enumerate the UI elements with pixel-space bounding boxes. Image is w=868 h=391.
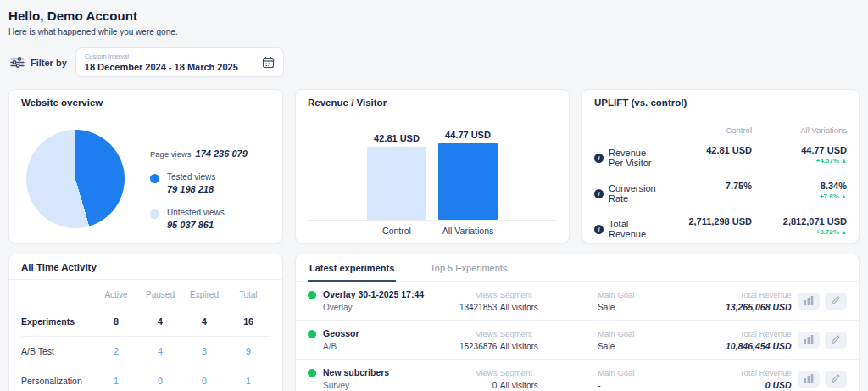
uplift-arrow-icon: ▲ [841,158,847,164]
revenue-bar-chart: 42.81 USD 44.77 USD [308,124,557,221]
main-goal-value: Sale [598,303,682,312]
activity-row-experiments: Experiments 8 4 4 16 [21,307,270,337]
segment-value: All visitors [500,342,595,351]
views-label: Views [437,329,497,338]
experiment-row: Geossor A/B Views 15236876 Segment All v… [296,321,859,360]
count-link[interactable]: 0 [138,376,182,386]
all-time-activity-card: All Time Activity Active Paused Expired … [8,254,283,391]
legend-tested-views: Tested views 79 198 218 [150,172,248,194]
segment-label: Segment [500,368,595,377]
info-icon[interactable]: i [594,154,604,163]
col-header-expired: Expired [182,290,226,299]
uplift-variations-value: 44.77 USD +4.57% ▲ [752,140,847,176]
stats-button[interactable] [798,332,820,349]
uplift-percent: +3.72% ▲ [752,228,847,236]
segment-label: Segment [500,329,595,338]
edit-button[interactable] [825,332,847,349]
page-title: Hello, Demo Account [8,8,860,23]
tab-top-5-experiments[interactable]: Top 5 Experiments [428,254,509,281]
views-label: Views [437,368,497,377]
total-revenue-value: 10,846,454 USD [686,341,792,351]
uplift-percent: +7.6% ▲ [752,193,847,200]
status-active-dot [308,330,316,338]
experiment-row: Overlay 30-1-2025 17:44 Overlay Views 13… [296,282,859,321]
variations-bar-value: 44.77 USD [445,130,491,140]
total-revenue-value: 13,265,068 USD [686,302,792,312]
page-views-pie-chart [26,130,125,228]
total-revenue-label: Total Revenue [686,329,792,338]
tab-latest-experiments[interactable]: Latest experiments [308,254,396,282]
uplift-card: UPLIFT (vs. control) Control All Variati… [581,89,860,243]
all-time-activity-title: All Time Activity [9,254,282,280]
col-header-paused: Paused [138,290,182,299]
website-overview-card: Website overview Page views174 236 079 T… [8,89,283,243]
uplift-variations-value: 8.34% +7.6% ▲ [752,176,847,211]
segment-label: Segment [500,290,595,299]
status-active-dot [308,369,316,377]
main-goal-value: - [598,381,682,390]
segment-value: All visitors [500,303,595,312]
uplift-title: UPLIFT (vs. control) [582,90,859,115]
revenue-visitor-card: Revenue / Visitor 42.81 USD 44.77 USD Co… [295,89,570,243]
col-header-active: Active [94,290,138,299]
count-link[interactable]: 4 [138,346,182,356]
activity-row-personalization: Personalization 1 0 0 1 [21,366,270,391]
info-icon[interactable]: i [594,225,604,234]
activity-row-ab-test: A/B Test 2 4 3 9 [21,337,270,366]
uplift-arrow-icon: ▲ [841,229,847,235]
control-axis-label: Control [367,226,426,236]
count-link[interactable]: 9 [226,346,270,356]
total-revenue-label: Total Revenue [686,368,792,377]
uplift-control-value: 42.81 USD [663,140,752,176]
info-icon[interactable]: i [594,189,604,198]
untested-views-dot [150,209,159,219]
website-overview-title: Website overview [9,90,282,115]
col-header-total: Total [226,290,270,299]
count-link[interactable]: 0 [182,376,226,386]
views-value: 15236876 [437,342,497,351]
calendar-icon [262,56,275,69]
filter-bar: Filter by Custom interval 18 December 20… [10,47,860,77]
total-revenue-label: Total Revenue [686,290,792,299]
count-link[interactable]: 1 [94,376,138,386]
stats-button[interactable] [798,293,820,310]
uplift-control-header: Control [663,122,752,140]
main-goal-label: Main Goal [598,290,682,299]
count-link[interactable]: 1 [226,376,270,386]
uplift-variations-header: All Variations [752,122,847,140]
main-goal-value: Sale [598,342,682,351]
experiments-tabs: Latest experiments Top 5 Experiments [296,254,859,282]
uplift-control-value: 7.75% [663,176,752,211]
revenue-bar [367,147,426,220]
legend-untested-views: Untested views 95 037 861 [150,208,248,230]
total-revenue-value: 0 USD [686,380,792,390]
stats-button[interactable] [798,371,820,388]
views-value: 0 [437,381,497,390]
uplift-percent: +4.57% ▲ [752,157,847,165]
variations-axis-label: All Variations [438,226,498,236]
views-label: Views [437,290,497,299]
filter-sliders-icon [10,57,25,68]
date-range-picker[interactable]: Custom interval 18 December 2024 - 18 Ma… [75,47,284,77]
uplift-control-value: 2,711,298 USD [663,211,752,243]
uplift-arrow-icon: ▲ [841,193,847,199]
page-views-total: Page views174 236 079 [150,148,248,159]
edit-button[interactable] [825,293,847,310]
count-link[interactable]: 3 [182,346,226,356]
experiments-card: Latest experiments Top 5 Experiments Ove… [295,254,860,391]
count-link[interactable]: 2 [94,346,138,356]
revenue-visitor-title: Revenue / Visitor [296,90,569,115]
page-subtitle: Here is what happened while you were gon… [8,27,860,36]
status-active-dot [308,291,316,299]
segment-value: All visitors [500,381,595,390]
interval-value: 18 December 2024 - 18 March 2025 [85,62,238,72]
control-bar-value: 42.81 USD [374,133,420,143]
uplift-variations-value: 2,812,071 USD +3.72% ▲ [752,211,847,243]
interval-type-label: Custom interval [85,53,238,60]
tested-views-dot [150,174,159,183]
main-goal-label: Main Goal [598,368,682,377]
experiment-row: New subcribers Survey Views 0 Segment Al… [296,360,859,391]
filter-by-label: Filter by [31,58,67,68]
views-value: 13421853 [437,303,497,312]
edit-button[interactable] [825,371,847,388]
